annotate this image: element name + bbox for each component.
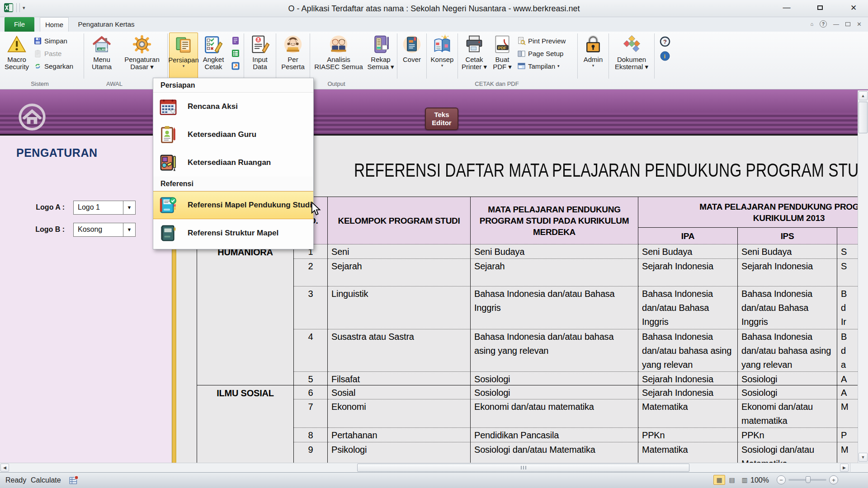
cell-kelompok[interactable]: Linguistik bbox=[328, 286, 471, 329]
help-icon[interactable]: ? bbox=[660, 36, 670, 47]
window-restore-icon[interactable] bbox=[845, 22, 850, 26]
ribbon-button-rekap-semua[interactable]: RekapSemua ▾ bbox=[366, 33, 396, 80]
window-close-icon[interactable]: ✕ bbox=[857, 21, 862, 28]
cell-no[interactable]: 9 bbox=[294, 442, 328, 463]
menu-item-ketersediaan-guru[interactable]: Ketersediaan Guru bbox=[153, 121, 313, 149]
cell-extra[interactable]: Bda bbox=[837, 329, 858, 372]
cell-ipa[interactable]: Matematika bbox=[638, 442, 738, 463]
header-extra[interactable] bbox=[837, 228, 858, 244]
cell-extra[interactable]: A bbox=[837, 385, 858, 399]
cell-ips[interactable]: Sejarah Indonesia bbox=[738, 259, 837, 286]
cell-ips[interactable]: Ekonomi dan/atau matematika bbox=[738, 399, 837, 428]
ribbon-button-pint-preview[interactable]: Pint Preview bbox=[515, 35, 576, 46]
close-button[interactable]: ✕ bbox=[844, 2, 863, 14]
home-icon[interactable] bbox=[17, 102, 47, 132]
scroll-down-icon[interactable]: ▼ bbox=[859, 453, 868, 462]
ribbon-button-pengaturan-dasar[interactable]: PengaturanDasar ▾ bbox=[118, 33, 166, 80]
restore-button[interactable] bbox=[810, 2, 830, 14]
window-minimize-icon[interactable]: — bbox=[833, 21, 839, 28]
cell-ipa[interactable]: Bahasa Indonesia dan/atau Bahasa Inggris bbox=[638, 286, 738, 329]
cell-ips[interactable]: Bahasa Indonesia dan/atau bahasa asing y… bbox=[738, 329, 837, 372]
cell-no[interactable]: 5 bbox=[294, 372, 328, 385]
cell-ips[interactable]: Sosiologi bbox=[738, 385, 837, 399]
chevron-down-icon[interactable]: ▼ bbox=[123, 201, 135, 214]
cell-kelompok[interactable]: Filsafat bbox=[328, 372, 471, 385]
cell-merdeka[interactable]: Seni Budaya bbox=[471, 244, 638, 259]
ribbon-button-cetak-printer[interactable]: CetakPrinter ▾ bbox=[459, 33, 489, 80]
cell-merdeka[interactable]: Sejarah bbox=[471, 259, 638, 286]
normal-view-button[interactable]: ▦ bbox=[713, 475, 725, 485]
cell-merdeka[interactable]: Pendidikan Pancasila bbox=[471, 428, 638, 442]
scroll-left-icon[interactable]: ◀ bbox=[0, 464, 9, 472]
menu-item-rencana-aksi[interactable]: Rencana Aksi bbox=[153, 93, 313, 121]
ribbon-button-page-setup[interactable]: Page Setup bbox=[515, 48, 576, 59]
group-ilmu-sosial[interactable]: ILMU SOSIAL bbox=[197, 385, 294, 463]
page-layout-view-button[interactable]: ▤ bbox=[726, 475, 738, 485]
minimize-button[interactable]: — bbox=[777, 2, 797, 14]
cell-ips[interactable]: Seni Budaya bbox=[738, 244, 837, 259]
header-kelompok[interactable]: KELOMPOK PROGRAM STUDI bbox=[328, 197, 471, 244]
cell-no[interactable]: 8 bbox=[294, 428, 328, 442]
cell-no[interactable]: 3 bbox=[294, 286, 328, 329]
cell-kelompok[interactable]: Seni bbox=[328, 244, 471, 259]
group-humaniora[interactable]: HUMANIORA bbox=[197, 244, 294, 385]
collapse-ribbon-icon[interactable]: ⌂ bbox=[810, 21, 813, 27]
ribbon-button-input-data[interactable]: InputData bbox=[245, 33, 274, 80]
cell-merdeka[interactable]: Bahasa Indonesia dan/atau Bahasa Inggris bbox=[471, 286, 638, 329]
info-icon[interactable]: i bbox=[660, 51, 670, 61]
tab-file[interactable]: File bbox=[5, 17, 34, 32]
menu-item-ketersediaan-ruangan[interactable]: Ketersediaan Ruangan bbox=[153, 149, 313, 177]
sheetgreen-icon[interactable] bbox=[231, 49, 240, 58]
ribbon-button-persiapan[interactable]: Persiapan▾ bbox=[169, 33, 198, 80]
scroll-up-icon[interactable]: ▲ bbox=[859, 91, 868, 100]
cell-ipa[interactable]: PPKn bbox=[638, 428, 738, 442]
macro-record-icon[interactable] bbox=[69, 475, 79, 485]
cell-ips[interactable]: Bahasa Indonesia dan/atau Bahasa Inggris bbox=[738, 286, 837, 329]
cell-kelompok[interactable]: Ekonomi bbox=[328, 399, 471, 428]
header-ips[interactable]: IPS bbox=[738, 228, 837, 244]
chevron-down-icon[interactable]: ▼ bbox=[123, 223, 135, 236]
logo-a-select[interactable]: Logo 1 ▼ bbox=[73, 201, 136, 215]
ribbon-button-menu-utama[interactable]: ALMASMenuUtama bbox=[85, 33, 118, 80]
zoom-slider-thumb[interactable] bbox=[806, 476, 811, 483]
ribbon-button-tampilan[interactable]: Tampilan▾ bbox=[515, 61, 576, 71]
vertical-scrollbar[interactable]: ▲ ▼ bbox=[858, 90, 868, 463]
ribbon-button-admin[interactable]: Admin▾ bbox=[579, 33, 607, 80]
zoom-level[interactable]: 100% bbox=[750, 476, 769, 484]
horizontal-scrollbar[interactable]: ◀ ▶ bbox=[0, 463, 868, 472]
ribbon-button-dokumen-eksternal[interactable]: DokumenEksternal ▾ bbox=[610, 33, 653, 80]
status-calculate[interactable]: Calculate bbox=[31, 476, 61, 484]
scroll-right-icon[interactable]: ▶ bbox=[840, 464, 849, 472]
pivot-icon[interactable] bbox=[231, 61, 240, 70]
ribbon-button-konsep[interactable]: Konsep▾ bbox=[428, 33, 456, 80]
zoom-in-icon[interactable]: + bbox=[829, 475, 838, 484]
cell-merdeka[interactable]: Bahasa Indonesia dan/atau bahasa asing y… bbox=[471, 329, 638, 372]
header-ipa[interactable]: IPA bbox=[638, 228, 738, 244]
header-kurikulum-2013[interactable]: MATA PELAJARAN PENDUKUNG PROGRAMKURIKULU… bbox=[638, 197, 858, 228]
cell-ips[interactable]: PPKn bbox=[738, 428, 837, 442]
cell-kelompok[interactable]: Sosial bbox=[328, 385, 471, 399]
cell-ipa[interactable]: Matematika bbox=[638, 399, 738, 428]
zoom-slider[interactable] bbox=[788, 479, 826, 481]
menu-item-referensi-mapel-pendukung-studi[interactable]: Referensi Mapel Pendukung Studi bbox=[153, 191, 313, 219]
menu-item-referensi-struktur-mapel[interactable]: Referensi Struktur Mapel bbox=[153, 219, 313, 247]
cell-extra[interactable]: S bbox=[837, 244, 858, 259]
teks-editor-button[interactable]: Teks Editor bbox=[425, 108, 458, 130]
ribbon-button-simpan[interactable]: Simpan bbox=[32, 35, 82, 46]
cell-no[interactable]: 6 bbox=[294, 385, 328, 399]
tab-pengaturan-kertas[interactable]: Pengaturan Kertas bbox=[72, 17, 140, 32]
cell-ipa[interactable]: Seni Budaya bbox=[638, 244, 738, 259]
cell-no[interactable]: 2 bbox=[294, 259, 328, 286]
cell-ips[interactable]: Sosiologi bbox=[738, 372, 837, 385]
help-icon[interactable]: ? bbox=[820, 20, 827, 28]
horizontal-scroll-thumb[interactable] bbox=[357, 464, 689, 472]
ribbon-button-cover[interactable]: Cover bbox=[399, 33, 425, 80]
cell-merdeka[interactable]: Sosiologi bbox=[471, 385, 638, 399]
cell-ipa[interactable]: Bahasa Indonesia dan/atau bahasa asing y… bbox=[638, 329, 738, 372]
ribbon-button-per-peserta[interactable]: PerPeserta bbox=[278, 33, 308, 80]
ribbon-button-analisis-riasec-semua[interactable]: AnalisisRIASEC Semua bbox=[311, 33, 366, 80]
cell-no[interactable]: 4 bbox=[294, 329, 328, 372]
cell-extra[interactable]: A bbox=[837, 372, 858, 385]
ribbon-button-buat-pdf[interactable]: PDFBuatPDF ▾ bbox=[489, 33, 515, 80]
cell-ipa[interactable]: Sejarah Indonesia bbox=[638, 385, 738, 399]
